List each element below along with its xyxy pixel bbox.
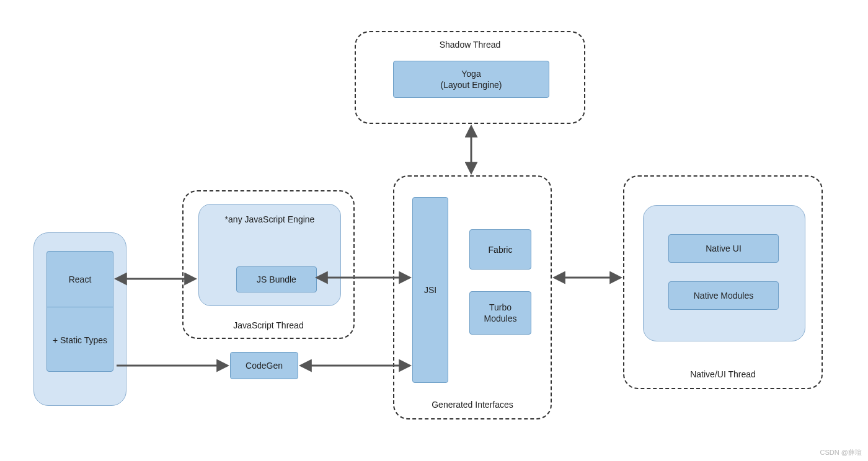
react-stack: React + Static Types <box>46 251 113 372</box>
fabric-box: Fabric <box>469 229 531 270</box>
react-label: React <box>69 274 92 284</box>
js-engine-container: *any JavaScript Engine JS Bundle <box>198 204 341 306</box>
js-engine-label: *any JavaScript Engine <box>199 214 340 224</box>
jsi-label: JSI <box>424 285 436 295</box>
watermark: CSDN @薛瑄 <box>820 448 862 457</box>
native-modules-box: Native Modules <box>668 281 779 310</box>
native-thread-title: Native/UI Thread <box>624 369 822 379</box>
fabric-label: Fabric <box>489 245 513 255</box>
jsi-box: JSI <box>412 197 448 383</box>
yoga-label-2: (Layout Engine) <box>441 79 502 90</box>
js-bundle-label: JS Bundle <box>257 274 296 284</box>
shadow-thread-container: Shadow Thread Yoga (Layout Engine) <box>355 31 585 124</box>
yoga-label-1: Yoga <box>461 68 480 79</box>
generated-interfaces-title: Generated Interfaces <box>394 400 551 410</box>
js-thread-title: JavaScript Thread <box>184 320 353 330</box>
turbo-modules-box: Turbo Modules <box>469 291 531 335</box>
native-ui-label: Native UI <box>706 244 742 253</box>
native-ui-box: Native UI <box>668 234 779 263</box>
native-inner-container <box>643 205 805 341</box>
codegen-label: CodeGen <box>246 361 283 371</box>
js-thread-container: JavaScript Thread *any JavaScript Engine… <box>182 190 355 339</box>
js-bundle-box: JS Bundle <box>236 266 317 292</box>
turbo-modules-label: Turbo Modules <box>475 302 526 324</box>
shadow-thread-title: Shadow Thread <box>356 40 584 50</box>
yoga-box: Yoga (Layout Engine) <box>393 61 549 98</box>
codegen-box: CodeGen <box>230 352 298 379</box>
static-types-label: + Static Types <box>53 335 107 345</box>
native-modules-label: Native Modules <box>694 291 754 301</box>
